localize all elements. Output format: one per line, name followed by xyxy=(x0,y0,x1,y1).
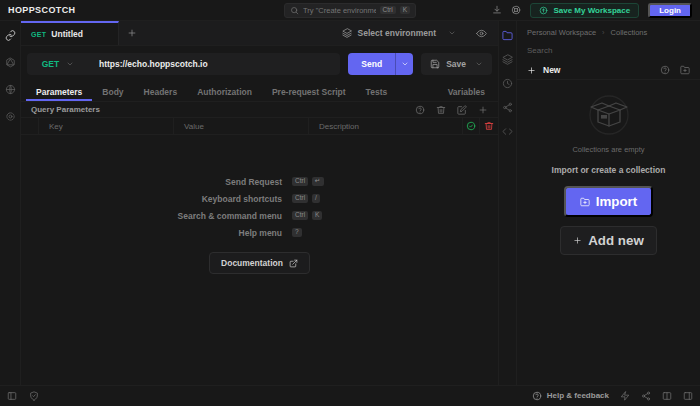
breadcrumb-workspace[interactable]: Personal Workspace xyxy=(527,28,596,37)
environment-selector[interactable]: Select environment xyxy=(333,21,465,45)
shortcut-row: Send Request Ctrl↵ xyxy=(117,177,402,187)
save-button[interactable]: Save xyxy=(421,53,492,75)
tab-authorization[interactable]: Authorization xyxy=(187,82,262,101)
collections-toolbar: New xyxy=(517,61,700,80)
import-button[interactable]: Import xyxy=(564,186,653,217)
save-workspace-button[interactable]: Save My Workspace xyxy=(530,3,639,18)
generate-code-icon[interactable] xyxy=(502,126,513,137)
param-value-input[interactable]: Value xyxy=(174,118,309,134)
save-icon xyxy=(430,59,440,69)
query-parameters-header: Query Parameters xyxy=(21,101,498,118)
support-icon[interactable] xyxy=(511,5,521,15)
tab-headers[interactable]: Headers xyxy=(134,82,188,101)
section-title: Query Parameters xyxy=(31,105,100,114)
kbd-k: K xyxy=(400,6,410,15)
param-delete-button[interactable] xyxy=(480,118,498,134)
nav-rest-icon[interactable] xyxy=(5,30,16,41)
url-input[interactable] xyxy=(99,59,340,69)
help-icon[interactable] xyxy=(660,65,670,75)
method-select[interactable]: GET xyxy=(27,53,89,75)
empty-title: Import or create a collection xyxy=(552,165,666,175)
eye-icon xyxy=(476,28,487,39)
hoppscotch-app: HOPPSCOTCH Ctrl K Save xyxy=(0,0,700,406)
tab-tests[interactable]: Tests xyxy=(356,82,398,101)
sidebar-toggle-icon[interactable] xyxy=(7,391,17,401)
param-key-input[interactable]: Key xyxy=(39,118,174,134)
share-icon[interactable] xyxy=(641,391,651,401)
layers-icon xyxy=(342,28,352,38)
search-input[interactable] xyxy=(303,6,376,15)
interceptor-shield-icon[interactable] xyxy=(29,391,39,401)
cloud-upload-icon xyxy=(539,6,548,15)
kbd-ctrl: Ctrl xyxy=(380,6,396,15)
collections-panel: Personal Workspace › Collections New xyxy=(498,21,700,385)
collections-search xyxy=(517,42,700,61)
breadcrumb: Personal Workspace › Collections xyxy=(517,21,700,42)
request-tab[interactable]: GET Untitled xyxy=(21,21,119,45)
folder-plus-icon xyxy=(580,197,590,207)
environment-quick-peek-button[interactable] xyxy=(465,21,498,45)
right-panel-toggle-icon[interactable] xyxy=(683,391,693,401)
collections-search-input[interactable] xyxy=(527,46,690,55)
global-search[interactable]: Ctrl K xyxy=(284,3,416,18)
breadcrumb-collections[interactable]: Collections xyxy=(611,28,648,37)
tab-body[interactable]: Body xyxy=(92,82,133,101)
column-layout-icon[interactable] xyxy=(662,391,672,401)
param-active-toggle[interactable] xyxy=(463,118,480,134)
chevron-down-icon xyxy=(66,60,74,68)
chevron-right-icon: › xyxy=(602,28,605,37)
tab-variables[interactable]: Variables xyxy=(440,87,493,97)
history-icon[interactable] xyxy=(502,78,513,89)
search-icon xyxy=(290,6,299,15)
app-logo[interactable]: HOPPSCOTCH xyxy=(8,5,76,15)
request-tab-strip: GET Untitled Select environment xyxy=(21,21,498,46)
tab-pre-request-script[interactable]: Pre-request Script xyxy=(262,82,356,101)
add-new-button[interactable]: Add new xyxy=(560,226,657,255)
request-url-row: GET Send xyxy=(21,46,498,82)
left-nav-rail xyxy=(0,21,21,385)
send-button[interactable]: Send xyxy=(348,53,395,75)
trash-icon xyxy=(484,121,494,131)
tab-parameters[interactable]: Parameters xyxy=(26,82,92,101)
edit-bulk-icon[interactable] xyxy=(457,105,467,115)
help-icon[interactable] xyxy=(415,105,425,115)
external-link-icon xyxy=(289,259,298,268)
collections-icon[interactable] xyxy=(502,30,513,41)
add-parameter-icon[interactable] xyxy=(478,105,488,115)
shortcuts-zap-icon[interactable] xyxy=(620,391,630,401)
send-options-button[interactable] xyxy=(395,53,413,75)
plus-icon xyxy=(573,236,582,245)
nav-settings-icon[interactable] xyxy=(5,111,16,122)
login-button[interactable]: Login xyxy=(648,3,692,18)
environments-icon[interactable] xyxy=(502,54,513,65)
request-section-tabs: Parameters Body Headers Authorization Pr… xyxy=(21,82,498,101)
shortcut-row: Keyboard shortcuts Ctrl/ xyxy=(117,194,402,204)
nav-graphql-icon[interactable] xyxy=(5,57,16,68)
shortcut-row: Help menu ? xyxy=(117,228,402,238)
new-tab-button[interactable] xyxy=(119,21,145,45)
import-export-icon[interactable] xyxy=(680,65,690,75)
parameter-row: Key Value Description xyxy=(21,118,498,135)
collections-empty-state: Collections are empty Import or create a… xyxy=(517,80,700,255)
chevron-down-icon xyxy=(475,60,483,68)
main-panel: GET Untitled Select environment xyxy=(21,21,498,385)
tab-title: Untitled xyxy=(51,29,83,39)
share-icon[interactable] xyxy=(502,102,513,113)
chevron-down-icon xyxy=(448,29,456,37)
param-description-input[interactable]: Description xyxy=(309,118,463,134)
install-app-icon[interactable] xyxy=(492,5,502,15)
help-feedback-button[interactable]: Help & feedback xyxy=(532,391,609,401)
empty-box-illustration xyxy=(577,92,641,138)
plus-icon xyxy=(527,66,536,75)
new-collection-button[interactable]: New xyxy=(527,65,560,75)
top-bar: HOPPSCOTCH Ctrl K Save xyxy=(0,0,700,21)
right-nav-rail xyxy=(499,21,517,385)
drag-handle[interactable] xyxy=(21,118,39,134)
delete-all-icon[interactable] xyxy=(436,105,446,115)
documentation-button[interactable]: Documentation xyxy=(209,252,310,274)
nav-realtime-icon[interactable] xyxy=(5,84,16,95)
send-button-group: Send xyxy=(348,53,413,75)
status-bar: Help & feedback xyxy=(0,385,700,405)
shortcut-row: Search & command menu CtrlK xyxy=(117,211,402,221)
check-circle-icon xyxy=(466,121,476,131)
